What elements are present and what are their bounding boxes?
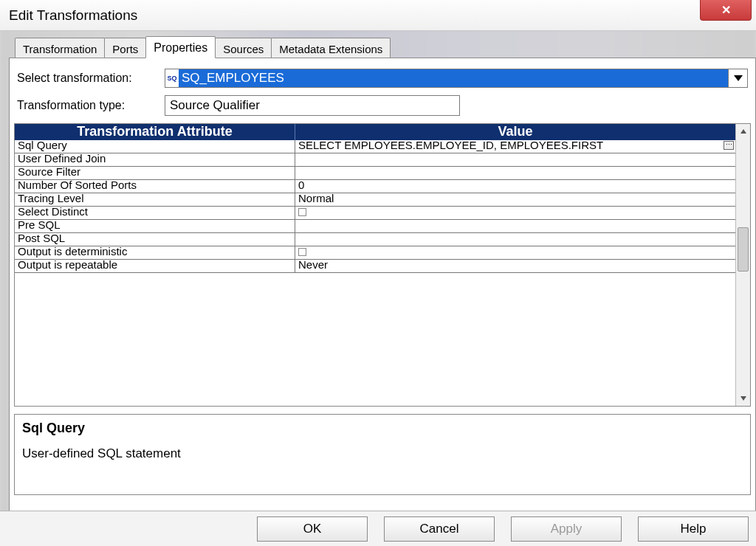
table-row[interactable]: Number Of Sorted Ports0	[15, 180, 735, 193]
grid-header-attr: Transformation Attribute	[15, 124, 295, 140]
tab-metadata-extensions[interactable]: Metadata Extensions	[271, 38, 391, 58]
ellipsis-button[interactable]: ⋯	[724, 141, 734, 150]
help-button[interactable]: Help	[638, 516, 749, 542]
table-row[interactable]: Output is deterministic	[15, 246, 735, 260]
checkbox-icon[interactable]	[298, 248, 306, 256]
scroll-down-icon[interactable]	[736, 391, 750, 406]
tab-properties[interactable]: Properties	[145, 36, 216, 58]
attr-cell: Source Filter	[15, 167, 295, 179]
button-bar: OK Cancel Apply Help	[0, 511, 756, 546]
table-row[interactable]: User Defined Join	[15, 153, 735, 167]
apply-button[interactable]: Apply	[511, 516, 622, 542]
transformation-type-field: Source Qualifier	[165, 95, 460, 116]
attr-cell: Output is deterministic	[15, 246, 295, 259]
close-button[interactable]: ✕	[700, 0, 752, 21]
tab-sources[interactable]: Sources	[215, 38, 272, 58]
tab-transformation[interactable]: Transformation	[15, 38, 105, 58]
svg-marker-0	[734, 75, 743, 81]
sq-badge-icon: SQ	[165, 69, 179, 87]
transformation-type-label: Transformation type:	[17, 99, 165, 112]
attr-cell: Pre SQL	[15, 220, 295, 232]
value-cell[interactable]: Never	[295, 260, 735, 272]
value-cell[interactable]	[295, 233, 735, 246]
value-cell[interactable]	[295, 167, 735, 179]
attributes-grid: Transformation Attribute Value Sql Query…	[14, 123, 751, 407]
grid-header-value: Value	[295, 124, 735, 140]
scroll-thumb[interactable]	[738, 227, 749, 272]
attr-cell: Post SQL	[15, 233, 295, 246]
value-cell[interactable]: SELECT EMPLOYEES.EMPLOYEE_ID, EMPLOYEES.…	[295, 140, 735, 153]
scroll-up-icon[interactable]	[736, 124, 750, 139]
value-cell[interactable]	[295, 246, 735, 259]
select-transformation-label: Select transformation:	[17, 72, 165, 85]
table-row[interactable]: Select Distinct	[15, 207, 735, 220]
table-row[interactable]: Sql QuerySELECT EMPLOYEES.EMPLOYEE_ID, E…	[15, 140, 735, 153]
checkbox-icon[interactable]	[298, 208, 306, 216]
table-row[interactable]: Output is repeatableNever	[15, 260, 735, 273]
attr-cell: Output is repeatable	[15, 260, 295, 272]
ok-button[interactable]: OK	[257, 516, 368, 542]
grid-header: Transformation Attribute Value	[15, 124, 735, 140]
svg-marker-1	[740, 129, 746, 134]
value-cell[interactable]: 0	[295, 180, 735, 193]
attr-cell: Sql Query	[15, 140, 295, 153]
value-cell[interactable]	[295, 153, 735, 166]
attr-cell: Tracing Level	[15, 193, 295, 206]
attr-cell: Number Of Sorted Ports	[15, 180, 295, 193]
tab-ports[interactable]: Ports	[104, 38, 146, 58]
close-icon: ✕	[721, 3, 731, 17]
table-row[interactable]: Tracing LevelNormal	[15, 193, 735, 207]
attr-cell: Select Distinct	[15, 207, 295, 219]
attr-cell: User Defined Join	[15, 153, 295, 166]
title-bar: Edit Transformations	[0, 0, 756, 31]
properties-panel: Select transformation: SQ SQ_EMPLOYEES T…	[9, 58, 756, 518]
grid-scrollbar[interactable]	[735, 124, 750, 406]
description-text: User-defined SQL statement	[22, 446, 743, 461]
value-cell[interactable]: Normal	[295, 193, 735, 206]
value-cell[interactable]	[295, 220, 735, 232]
selected-transformation-value: SQ_EMPLOYEES	[179, 69, 728, 87]
select-transformation-dropdown[interactable]: SQ SQ_EMPLOYEES	[165, 69, 748, 88]
table-row[interactable]: Source Filter	[15, 167, 735, 180]
table-row[interactable]: Post SQL	[15, 233, 735, 246]
window-title: Edit Transformations	[9, 7, 137, 24]
scroll-track[interactable]	[736, 139, 750, 391]
description-panel: Sql Query User-defined SQL statement	[14, 414, 751, 495]
table-row[interactable]: Pre SQL	[15, 220, 735, 233]
svg-marker-2	[740, 396, 746, 401]
cancel-button[interactable]: Cancel	[384, 516, 495, 542]
description-title: Sql Query	[22, 421, 743, 436]
tab-bar: Transformation Ports Properties Sources …	[9, 34, 756, 58]
value-cell[interactable]	[295, 207, 735, 219]
chevron-down-icon	[728, 69, 747, 87]
